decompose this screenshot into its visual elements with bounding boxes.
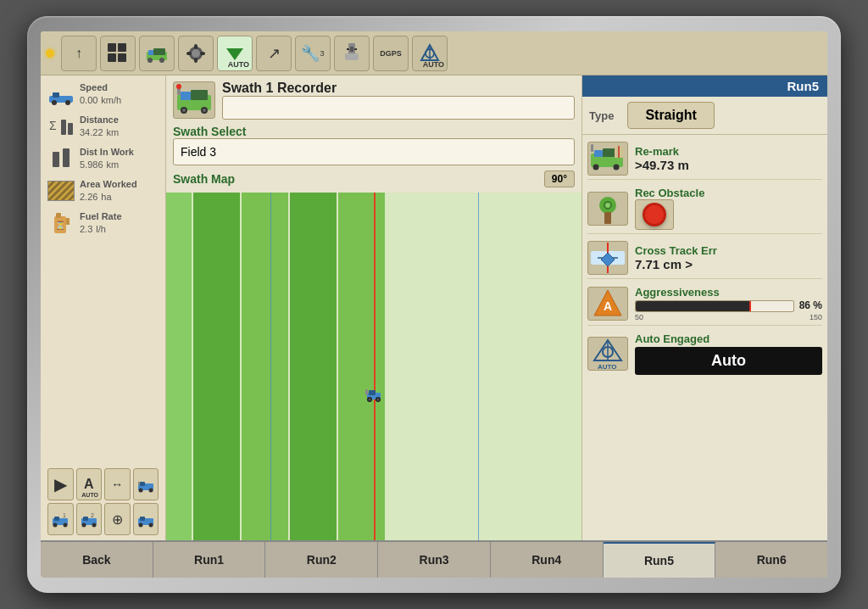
remark-value: >49.73 m bbox=[635, 158, 822, 172]
fuel-rate-label: Fuel Rate bbox=[80, 211, 159, 221]
remark-icon bbox=[587, 142, 628, 176]
wrench-btn[interactable]: 🔧3 bbox=[295, 36, 331, 71]
auto-engaged-title: Auto Engaged bbox=[635, 332, 822, 345]
tab-run3[interactable]: Run3 bbox=[378, 542, 491, 578]
map-area[interactable] bbox=[166, 193, 581, 540]
move-tool-btn[interactable] bbox=[178, 36, 214, 71]
degree-badge[interactable]: 90° bbox=[544, 170, 575, 187]
distance-icon: Σ bbox=[47, 113, 75, 140]
aggressiveness-labels: 50 150 bbox=[635, 313, 822, 321]
distance-stat: Σ Distance 34.22 km bbox=[47, 113, 159, 140]
svg-point-38 bbox=[138, 489, 142, 493]
stripe-5 bbox=[338, 193, 385, 540]
guide-line-1 bbox=[270, 193, 271, 540]
bottom-controls: ▶ A AUTO ↔ bbox=[47, 468, 159, 535]
aggressiveness-bar[interactable] bbox=[635, 300, 794, 312]
cursor-tool-btn[interactable]: ↗ bbox=[256, 36, 292, 71]
area-worked-icon bbox=[47, 177, 75, 204]
tab-run4[interactable]: Run4 bbox=[491, 542, 604, 578]
remark-title: Re-mark bbox=[635, 145, 822, 158]
speed-label: Speed bbox=[80, 82, 159, 92]
right-items: Re-mark >49.73 m bbox=[582, 135, 827, 540]
svg-rect-31 bbox=[63, 148, 70, 167]
svg-rect-19 bbox=[347, 48, 349, 50]
svg-rect-28 bbox=[61, 120, 66, 135]
auto-steer-btn2[interactable]: A AUTO bbox=[76, 468, 103, 500]
area-pattern bbox=[47, 181, 75, 201]
svg-point-60 bbox=[203, 109, 206, 112]
up-arrow-btn[interactable]: ↑ bbox=[61, 36, 97, 71]
fuel-rate-text: Fuel Rate 2.3 l/h bbox=[80, 211, 159, 235]
tractor4-btn[interactable] bbox=[133, 503, 159, 535]
tablet-device: ↑ bbox=[27, 16, 841, 593]
aggressiveness-icon: A bbox=[587, 287, 628, 321]
svg-rect-33 bbox=[56, 213, 61, 218]
tab-run5[interactable]: Run5 bbox=[604, 542, 716, 578]
svg-point-48 bbox=[81, 523, 86, 528]
svg-point-59 bbox=[182, 109, 186, 112]
tractor-marker bbox=[364, 384, 384, 405]
stripe-3 bbox=[242, 193, 288, 540]
svg-marker-15 bbox=[226, 48, 243, 60]
tractor3-btn[interactable]: 2 bbox=[76, 503, 103, 535]
svg-rect-30 bbox=[53, 152, 59, 167]
play-button[interactable]: ▶ bbox=[47, 468, 74, 500]
auto-engaged-value: Auto bbox=[635, 347, 822, 375]
auto-engaged-content: Auto Engaged Auto bbox=[635, 332, 822, 375]
tractor2-btn[interactable]: 1 bbox=[47, 503, 74, 535]
svg-point-39 bbox=[148, 489, 153, 493]
svg-point-7 bbox=[159, 58, 164, 63]
aggressiveness-title: Aggressiveness bbox=[635, 286, 822, 299]
svg-point-14 bbox=[200, 52, 205, 55]
run5-header: Run5 bbox=[582, 75, 827, 97]
tab-run6[interactable]: Run6 bbox=[715, 542, 827, 578]
remark-item: Re-mark >49.73 m bbox=[587, 138, 822, 180]
arrows-h-btn[interactable]: ↔ bbox=[104, 468, 131, 500]
svg-rect-47 bbox=[83, 517, 88, 521]
svg-rect-65 bbox=[369, 390, 376, 395]
dist-work-text: Dist In Work 5.986 km bbox=[80, 147, 159, 170]
swath-recorder-info: Swath 1 Recorder bbox=[222, 81, 575, 120]
auto-steer-label: AUTO bbox=[423, 60, 444, 69]
swath-recorder-input[interactable] bbox=[222, 96, 575, 120]
target-btn[interactable]: ⊕ bbox=[104, 503, 131, 535]
svg-rect-0 bbox=[108, 43, 116, 52]
svg-rect-52 bbox=[140, 517, 145, 521]
auto-steer-btn[interactable]: AUTO bbox=[412, 36, 448, 71]
svg-point-25 bbox=[52, 100, 57, 105]
cross-track-value: 7.71 cm > bbox=[635, 257, 822, 271]
download-arrow-btn[interactable]: AUTO bbox=[217, 36, 253, 71]
swath-map-title: Swath Map bbox=[173, 172, 235, 186]
dgps-btn[interactable]: DGPS bbox=[373, 36, 409, 71]
dist-work-stat: Dist In Work 5.986 km bbox=[47, 145, 159, 172]
distance-text: Distance 34.22 km bbox=[80, 115, 159, 138]
tractor1-btn[interactable] bbox=[133, 468, 159, 500]
fuel-rate-stat: ⏳ Fuel Rate 2.3 l/h bbox=[47, 210, 159, 237]
rec-obstacle-icon bbox=[587, 192, 628, 226]
center-panel: Swath 1 Recorder Swath Select Swath Map … bbox=[166, 75, 581, 540]
rec-obstacle-button[interactable] bbox=[643, 203, 666, 226]
auto-sub: AUTO bbox=[81, 492, 98, 498]
guide-line-2 bbox=[478, 193, 479, 540]
tab-run1[interactable]: Run1 bbox=[153, 542, 266, 578]
straight-button[interactable]: Straight bbox=[627, 102, 714, 129]
dist-work-label: Dist In Work bbox=[80, 147, 159, 157]
grid-view-btn[interactable] bbox=[100, 36, 136, 71]
usb-btn[interactable] bbox=[334, 36, 370, 71]
area-worked-value: 2.26 ha bbox=[80, 189, 159, 203]
tab-run2[interactable]: Run2 bbox=[265, 542, 378, 578]
tractor-field-btn[interactable] bbox=[139, 36, 175, 71]
top-bar-buttons: ↑ bbox=[61, 36, 448, 71]
dist-work-icon bbox=[47, 145, 75, 172]
field-select-input[interactable] bbox=[173, 138, 575, 165]
distance-value: 34.22 km bbox=[80, 125, 159, 138]
svg-point-73 bbox=[593, 165, 599, 170]
svg-text:AUTO: AUTO bbox=[598, 363, 617, 371]
speed-value: 0.00 km/h bbox=[80, 92, 159, 106]
svg-point-49 bbox=[92, 523, 96, 528]
tab-back[interactable]: Back bbox=[41, 542, 153, 578]
svg-point-44 bbox=[64, 523, 68, 528]
speed-icon bbox=[47, 81, 75, 108]
speed-stat: Speed 0.00 km/h bbox=[47, 81, 159, 108]
svg-rect-40 bbox=[138, 482, 140, 485]
